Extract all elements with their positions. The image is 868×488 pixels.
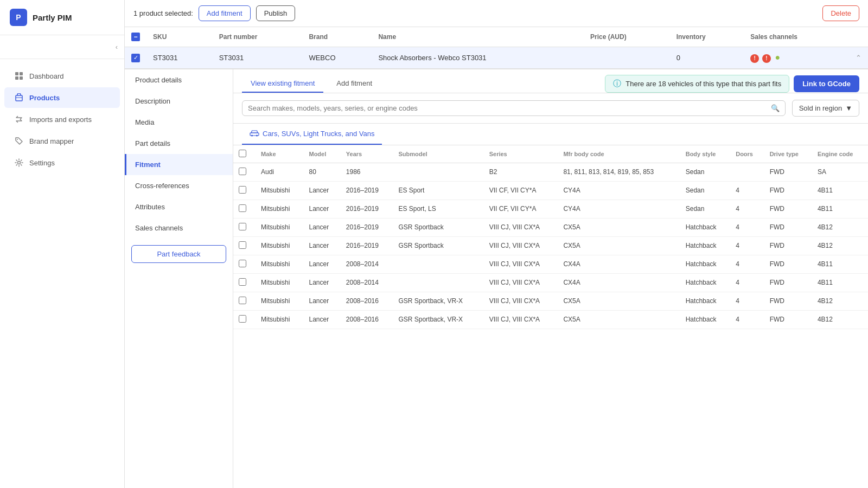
chevron-left-icon[interactable]: ‹ (113, 41, 120, 53)
region-label: Sold in region (799, 104, 843, 112)
sidebar-item-settings[interactable]: Settings (4, 152, 120, 173)
cell-make: Mitsubishi (256, 310, 303, 329)
left-panel-description[interactable]: Description (125, 91, 233, 112)
grid-icon (14, 71, 24, 81)
svg-point-6 (18, 162, 21, 164)
col-drive-type: Drive type (764, 145, 812, 163)
delete-button[interactable]: Delete (822, 5, 859, 21)
cell-doors: 4 (730, 236, 764, 255)
cell-make: Mitsubishi (256, 292, 303, 310)
left-panel-cross-references[interactable]: Cross-references (125, 175, 233, 196)
cell-mfr-body-code: CX5A (558, 310, 680, 329)
cell-mfr-body-code: CX5A (558, 236, 680, 255)
cat-tab-label: Cars, SUVs, Light Trucks, and Vans (263, 130, 374, 138)
col-sales-channels: Sales channels (744, 27, 849, 47)
fitment-info-text: There are 18 vehicles of this type that … (626, 80, 781, 88)
link-to-gcode-button[interactable]: Link to GCode (794, 75, 859, 92)
sidebar-item-products[interactable]: Products (4, 87, 120, 108)
cell-model: Lancer (303, 273, 340, 292)
svg-rect-0 (15, 72, 18, 75)
fitment-row-checkbox[interactable] (239, 204, 246, 212)
sidebar-item-label: Products (29, 94, 60, 102)
cell-make: Mitsubishi (256, 273, 303, 292)
fitment-row-checkbox[interactable] (239, 315, 246, 323)
product-expand[interactable]: ⌃ (849, 47, 868, 69)
tab-view-existing-fitment[interactable]: View existing fitment (242, 75, 323, 93)
part-feedback-button[interactable]: Part feedback (131, 245, 226, 263)
fitment-row-checkbox[interactable] (239, 186, 246, 194)
cell-drive-type: FWD (764, 163, 812, 181)
left-panel-product-details[interactable]: Product details (125, 69, 233, 91)
left-panel-part-details[interactable]: Part details (125, 133, 233, 154)
col-model: Model (303, 145, 340, 163)
sidebar-item-imports-exports[interactable]: Imports and exports (4, 109, 120, 130)
cell-model: 80 (303, 163, 340, 181)
col-series: Series (484, 145, 558, 163)
cell-drive-type: FWD (764, 310, 812, 329)
cat-tab-cars[interactable]: Cars, SUVs, Light Trucks, and Vans (242, 124, 382, 145)
left-panel-fitment[interactable]: Fitment (125, 154, 233, 175)
fitment-row-checkbox[interactable] (239, 223, 246, 230)
sidebar-nav: Dashboard Products Imports and exports B… (0, 59, 124, 488)
svg-point-8 (251, 134, 253, 136)
table-row: Mitsubishi Lancer 2016–2019 ES Sport, LS… (233, 200, 868, 218)
cell-submodel: GSR Sportback, VR-X (393, 292, 483, 310)
sidebar-item-brand-mapper[interactable]: Brand mapper (4, 131, 120, 151)
product-sku: ST3031 (146, 47, 213, 69)
cell-body-style: Hatchback (680, 310, 731, 329)
cell-model: Lancer (303, 310, 340, 329)
info-icon: ⓘ (613, 79, 621, 89)
cell-doors: 4 (730, 218, 764, 236)
sidebar-item-dashboard[interactable]: Dashboard (4, 66, 120, 86)
cell-body-style: Hatchback (680, 255, 731, 273)
shopify-icon: ● (775, 53, 780, 62)
cell-body-style: Sedan (680, 200, 731, 218)
search-icon: 🔍 (771, 104, 780, 112)
cell-engine-code: 4B12 (812, 292, 868, 310)
fitment-row-checkbox[interactable] (239, 241, 246, 249)
publish-button[interactable]: Publish (256, 5, 296, 21)
cell-engine-code: 4B11 (812, 181, 868, 200)
select-all-fitment-checkbox[interactable] (239, 150, 246, 157)
fitment-table-wrapper: Make Model Years Submodel Series Mfr bod… (233, 145, 868, 489)
product-name: Shock Absorbers - Webco ST3031 (372, 47, 584, 69)
region-select[interactable]: Sold in region ▼ (792, 100, 859, 117)
left-panel-sales-channels[interactable]: Sales channels (125, 217, 233, 239)
fitment-info-banner: ⓘ There are 18 vehicles of this type tha… (605, 75, 789, 93)
select-all-checkbox[interactable]: − (131, 33, 140, 41)
product-price (584, 47, 670, 69)
app-name: Partly PIM (33, 13, 72, 22)
fitment-row-checkbox[interactable] (239, 260, 246, 267)
svg-rect-1 (20, 72, 23, 75)
chevron-up-icon[interactable]: ⌃ (856, 54, 861, 62)
sidebar: P Partly PIM ‹ Dashboard Products Import… (0, 0, 125, 488)
cell-body-style: Sedan (680, 181, 731, 200)
cell-doors (730, 163, 764, 181)
cell-engine-code: 4B11 (812, 273, 868, 292)
gear-icon (14, 158, 24, 168)
left-panel-media[interactable]: Media (125, 112, 233, 133)
cell-submodel (393, 255, 483, 273)
cell-doors: 4 (730, 310, 764, 329)
cell-model: Lancer (303, 181, 340, 200)
fitment-table: Make Model Years Submodel Series Mfr bod… (233, 145, 868, 329)
cell-body-style: Sedan (680, 163, 731, 181)
product-checkbox[interactable]: ✓ (131, 54, 140, 62)
fitment-row-checkbox[interactable] (239, 278, 246, 286)
sidebar-collapse-btn[interactable]: ‹ (0, 35, 124, 59)
cell-engine-code: 4B12 (812, 236, 868, 255)
cell-make: Mitsubishi (256, 181, 303, 200)
tab-add-fitment[interactable]: Add fitment (328, 75, 381, 93)
fitment-row-checkbox[interactable] (239, 168, 246, 175)
cell-engine-code: 4B11 (812, 255, 868, 273)
cell-model: Lancer (303, 236, 340, 255)
cell-mfr-body-code: 81, 811, 813, 814, 819, 85, 853 (558, 163, 680, 181)
car-icon (250, 129, 259, 138)
search-input[interactable] (248, 104, 771, 112)
fitment-search-row: 🔍 Sold in region ▼ (233, 93, 868, 124)
fitment-search-box[interactable]: 🔍 (242, 100, 786, 116)
left-panel-attributes[interactable]: Attributes (125, 196, 233, 217)
fitment-row-checkbox[interactable] (239, 297, 246, 304)
add-fitment-button[interactable]: Add fitment (199, 5, 251, 21)
tag-icon (14, 136, 24, 146)
